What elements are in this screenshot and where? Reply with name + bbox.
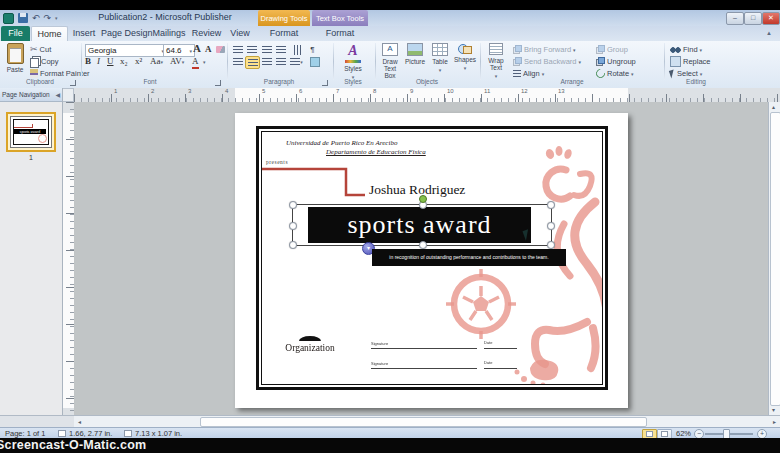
bold-button[interactable]: B	[85, 56, 91, 67]
maximize-button[interactable]: □	[744, 12, 762, 25]
collapse-panel-icon[interactable]: ◀	[55, 92, 60, 98]
align-left-button[interactable]	[231, 56, 244, 67]
copy-button[interactable]: Copy	[30, 56, 78, 67]
tab-file[interactable]: File	[1, 26, 30, 41]
horizontal-scroll-thumb[interactable]	[200, 417, 647, 427]
selection-handle-w[interactable]	[289, 222, 297, 230]
tab-page-design[interactable]: Page Design	[101, 26, 149, 41]
table-button[interactable]: Table ▾	[428, 43, 452, 74]
rotate-handle[interactable]	[419, 195, 427, 203]
cut-button[interactable]: ✂ Cut	[30, 44, 78, 55]
ruler-ticks-major	[66, 102, 74, 415]
chevron-down-icon: ▾	[189, 48, 192, 54]
paragraph-fill-button[interactable]	[308, 56, 321, 67]
send-backward-button[interactable]: Send Backward ▾	[513, 56, 593, 67]
wrap-text-button[interactable]: Wrap Text ▾	[483, 43, 509, 80]
award-title-text[interactable]: sports award	[347, 210, 491, 240]
replace-button[interactable]: Replace	[670, 56, 722, 67]
align-right-button[interactable]	[260, 56, 273, 67]
line-spacing-button[interactable]: ▾	[290, 56, 303, 67]
columns-button[interactable]	[290, 44, 303, 55]
paste-button[interactable]: Paste	[3, 43, 27, 73]
selection-handle-s[interactable]	[419, 241, 427, 249]
organization-text[interactable]: Organization	[274, 343, 346, 353]
change-case-button[interactable]: Aa▾	[150, 56, 163, 68]
recognition-textbox[interactable]: in recognition of outstanding performanc…	[372, 249, 566, 266]
clipboard-dialog-launcher[interactable]	[70, 80, 76, 86]
subscript-button[interactable]: x₂	[120, 56, 128, 67]
numbering-button[interactable]	[245, 44, 258, 55]
increase-indent-button[interactable]	[274, 44, 287, 55]
horizontal-scrollbar[interactable]: ◂ ▸	[74, 415, 780, 427]
tab-home[interactable]: Home	[31, 26, 68, 42]
thumbnail-soccer-ball	[38, 134, 47, 143]
undo-icon[interactable]: ↶	[32, 13, 40, 23]
scroll-down-icon[interactable]: ▾	[772, 407, 775, 413]
shrink-font-icon[interactable]: A	[205, 44, 212, 55]
tab-review[interactable]: Review	[189, 26, 224, 41]
page-thumbnail[interactable]: sports award	[6, 112, 56, 152]
selection-handle-ne[interactable]	[547, 201, 555, 209]
university-text[interactable]: Universidad de Puerto Rico En Arecibo	[286, 139, 397, 147]
selection-handle-e[interactable]	[547, 222, 555, 230]
tab-insert[interactable]: Insert	[68, 26, 100, 41]
send-backward-icon	[513, 57, 522, 66]
selection-handle-sw[interactable]	[289, 241, 297, 249]
decrease-indent-button[interactable]	[260, 44, 273, 55]
selection-handle-nw[interactable]	[289, 201, 297, 209]
selection-handle-se[interactable]	[547, 241, 555, 249]
recipient-name-text[interactable]: Joshua Rodriguez	[369, 182, 465, 198]
vertical-scroll-thumb[interactable]	[770, 112, 780, 406]
replace-label: Replace	[683, 57, 711, 66]
draw-text-box-button[interactable]: A Draw Text Box	[378, 43, 402, 79]
minimize-button[interactable]: –	[726, 12, 744, 25]
arrange-group-label: Arrange	[481, 78, 663, 85]
bullets-button[interactable]	[231, 44, 244, 55]
vertical-scrollbar[interactable]: ▴ ▾	[768, 102, 780, 415]
group-button[interactable]: Group	[596, 44, 658, 55]
tab-format-textbox[interactable]: Format	[312, 26, 368, 41]
group-separator	[375, 43, 376, 80]
font-dialog-launcher[interactable]	[215, 80, 221, 86]
align-center-button[interactable]	[245, 56, 260, 69]
picture-button[interactable]: Picture	[403, 43, 427, 65]
character-spacing-button[interactable]: AV▾	[170, 56, 184, 68]
font-color-button[interactable]: A	[192, 56, 199, 69]
red-step-line	[262, 169, 365, 195]
thumbnail-red-line	[14, 124, 33, 128]
bring-forward-button[interactable]: Bring Forward ▾	[513, 44, 593, 55]
scroll-left-icon[interactable]: ◂	[78, 419, 81, 425]
show-paragraph-marks-button[interactable]: ¶	[306, 44, 319, 55]
tab-format-drawing[interactable]: Format	[258, 26, 310, 41]
presents-text[interactable]: presents	[266, 159, 288, 165]
qat-customize-icon[interactable]: ▾	[55, 15, 58, 21]
ungroup-button[interactable]: Ungroup	[596, 56, 658, 67]
styles-button[interactable]: A Styles ▾	[338, 43, 368, 81]
zoom-level[interactable]: 62%	[676, 429, 691, 438]
close-button[interactable]: ✕	[762, 12, 780, 25]
tab-view[interactable]: View	[225, 26, 255, 41]
paragraph-dialog-launcher[interactable]	[322, 80, 328, 86]
grow-font-icon[interactable]: A	[193, 43, 201, 54]
find-label: Find	[683, 45, 698, 54]
horizontal-ruler[interactable]: 12345678910111213	[74, 88, 780, 103]
find-button[interactable]: Find ▾	[670, 44, 722, 55]
shapes-button[interactable]: Shapes ▾	[453, 43, 477, 72]
italic-button[interactable]: I	[97, 56, 100, 67]
justify-button[interactable]	[274, 56, 287, 67]
clear-formatting-icon[interactable]	[216, 46, 225, 53]
scroll-up-icon[interactable]: ▴	[772, 104, 775, 110]
department-text[interactable]: Departamento de Educacion Fisica	[326, 148, 426, 156]
date2-label: Date	[484, 360, 492, 365]
redo-icon[interactable]: ↷	[44, 13, 52, 23]
tab-mailings[interactable]: Mailings	[150, 26, 188, 41]
save-icon[interactable]	[18, 13, 28, 23]
scroll-right-icon[interactable]: ▸	[773, 419, 776, 425]
ribbon-collapse-icon[interactable]: ▲	[766, 30, 772, 36]
superscript-button[interactable]: x²	[135, 56, 142, 67]
font-color-arrow-icon[interactable]: ▾	[203, 59, 206, 65]
page-indicator[interactable]: Page: 1 of 1	[5, 429, 45, 438]
publication-page[interactable]: Universidad de Puerto Rico En Arecibo De…	[235, 113, 628, 408]
award-title-textbox[interactable]: sports award	[292, 204, 552, 246]
underline-button[interactable]: U	[107, 56, 114, 67]
